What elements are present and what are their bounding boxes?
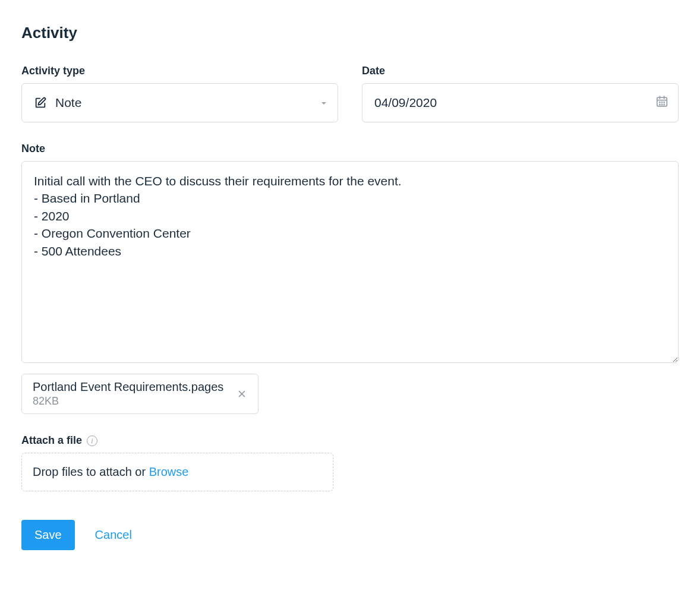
attachment-name: Portland Event Requirements.pages [33, 380, 223, 394]
attach-label-row: Attach a file i [21, 434, 679, 447]
note-label: Note [21, 143, 679, 155]
note-textarea[interactable] [21, 161, 679, 363]
svg-point-5 [661, 102, 662, 103]
page-title: Activity [21, 24, 679, 42]
svg-point-7 [660, 104, 660, 105]
browse-link[interactable]: Browse [149, 465, 189, 478]
svg-point-9 [664, 104, 664, 105]
date-input-wrap: 04/09/2020 [362, 83, 679, 122]
form-actions: Save Cancel [21, 520, 679, 550]
save-button[interactable]: Save [21, 520, 75, 550]
date-label: Date [362, 65, 679, 77]
activity-type-value: Note [55, 96, 81, 110]
svg-point-6 [664, 102, 664, 103]
form-row: Activity type Note Date 04/09/2020 [21, 65, 679, 122]
attachment-size: 82KB [33, 395, 223, 408]
file-dropzone[interactable]: Drop files to attach or Browse [21, 453, 333, 491]
attach-file-section: Attach a file i Drop files to attach or … [21, 434, 679, 491]
activity-type-select[interactable]: Note [21, 83, 338, 122]
activity-type-label: Activity type [21, 65, 338, 77]
activity-type-col: Activity type Note [21, 65, 338, 122]
cancel-button[interactable]: Cancel [95, 528, 132, 542]
svg-point-8 [661, 104, 662, 105]
attachment-chip: Portland Event Requirements.pages 82KB [21, 374, 258, 414]
date-value: 04/09/2020 [374, 96, 437, 110]
calendar-icon [655, 95, 669, 111]
date-input[interactable]: 04/09/2020 [362, 83, 679, 122]
activity-type-input-wrap: Note [21, 83, 338, 122]
date-col: Date 04/09/2020 [362, 65, 679, 122]
note-section: Note [21, 143, 679, 365]
attachment-remove-button[interactable] [234, 386, 250, 402]
dropzone-text: Drop files to attach or [33, 465, 149, 478]
attachment-info: Portland Event Requirements.pages 82KB [33, 380, 223, 408]
edit-note-icon [34, 96, 47, 109]
chevron-down-icon [320, 96, 327, 110]
attach-file-label: Attach a file [21, 434, 82, 447]
info-icon[interactable]: i [87, 435, 97, 446]
svg-point-4 [660, 102, 660, 103]
